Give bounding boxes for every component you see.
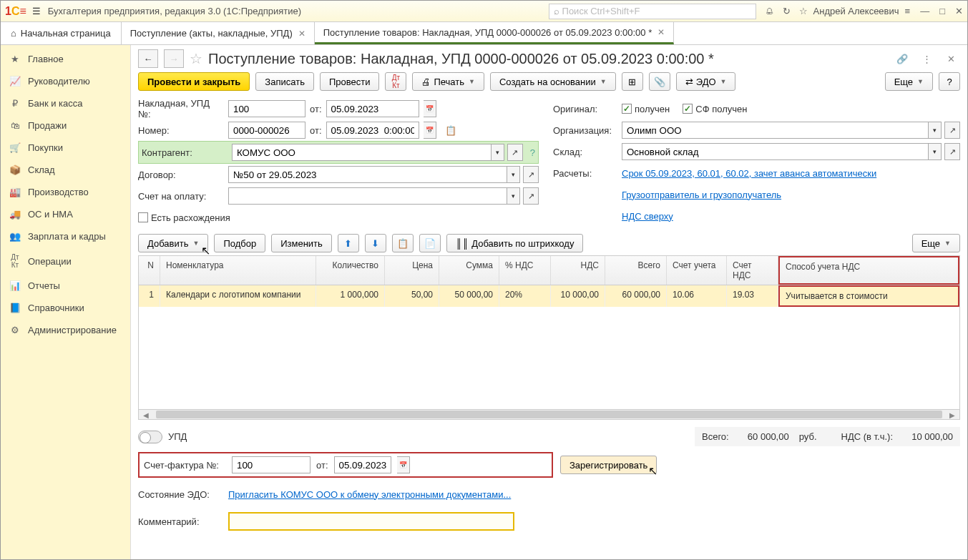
col-n[interactable]: N xyxy=(139,256,160,285)
sidebar-reports[interactable]: 📊Отчеты xyxy=(1,275,130,297)
contragent-input[interactable] xyxy=(232,144,492,161)
has-diff-checkbox[interactable]: Есть расхождения xyxy=(138,212,230,223)
tab-home[interactable]: ⌂ Начальная страница xyxy=(1,22,122,44)
create-based-button[interactable]: Создать на основании▼ xyxy=(490,72,616,91)
menu-icon[interactable]: ☰ xyxy=(32,6,41,16)
sf-date-input[interactable] xyxy=(334,456,391,473)
shipper-link[interactable]: Грузоотправитель и грузополучатель xyxy=(622,190,781,200)
comment-input[interactable] xyxy=(228,512,514,531)
col-price[interactable]: Цена xyxy=(385,256,439,285)
number-input[interactable] xyxy=(228,122,305,139)
forward-button[interactable]: → xyxy=(164,49,184,68)
chevron-down-icon[interactable]: ▾ xyxy=(929,143,942,160)
tab-receipts-list[interactable]: Поступление (акты, накладные, УПД) ✕ xyxy=(122,22,315,44)
org-input[interactable] xyxy=(622,122,929,139)
save-button[interactable]: Записать xyxy=(255,72,314,91)
attach-button[interactable]: 📎 xyxy=(649,72,670,91)
h-scrollbar[interactable]: ◀ ▶ xyxy=(139,409,959,419)
move-down-button[interactable]: ⬇ xyxy=(365,234,386,252)
post-and-close-button[interactable]: Провести и закрыть xyxy=(138,72,250,91)
edo-invite-link[interactable]: Пригласить КОМУС ООО к обмену электронны… xyxy=(228,489,511,500)
help-button[interactable]: ? xyxy=(939,72,960,91)
sidebar-admin[interactable]: ⚙Администрирование xyxy=(1,319,130,341)
col-acc[interactable]: Счет учета xyxy=(667,256,727,285)
invoice-no-input[interactable] xyxy=(228,100,305,117)
bell-icon[interactable]: 🕭 xyxy=(765,6,774,16)
table-row[interactable]: 1 Календари с логотипом компании 1 000,0… xyxy=(139,285,959,307)
minimize-button[interactable]: — xyxy=(920,6,929,16)
sidebar-catalogs[interactable]: 📘Справочники xyxy=(1,297,130,319)
col-sum[interactable]: Сумма xyxy=(439,256,499,285)
help-icon[interactable]: ? xyxy=(530,147,535,158)
register-button[interactable]: Зарегистрировать↖ xyxy=(560,456,657,474)
close-doc-icon[interactable]: ✕ xyxy=(942,49,960,68)
sidebar-operations[interactable]: ДтКтОперации xyxy=(1,247,130,275)
structure-button[interactable]: ⊞ xyxy=(622,72,643,91)
search-input[interactable]: ⌕ Поиск Ctrl+Shift+F xyxy=(549,4,756,19)
edit-button[interactable]: Изменить xyxy=(271,234,332,252)
copy-button[interactable]: 📋 xyxy=(392,234,414,252)
sf-received-checkbox[interactable]: ✓СФ получен xyxy=(683,104,747,114)
sidebar-production[interactable]: 🏭Производство xyxy=(1,181,130,203)
paste-button[interactable]: 📄 xyxy=(419,234,441,252)
more-icon[interactable]: ⋮ xyxy=(917,49,936,68)
col-nomenclature[interactable]: Номенклатура xyxy=(160,256,316,285)
chevron-down-icon[interactable]: ▾ xyxy=(507,166,520,183)
more-button[interactable]: Еще▼ xyxy=(885,72,933,91)
contract-input[interactable] xyxy=(228,166,507,183)
edo-button[interactable]: ⇄ ЭДО▼ xyxy=(676,72,736,91)
chevron-down-icon[interactable]: ▾ xyxy=(929,122,942,139)
open-icon[interactable]: ↗ xyxy=(944,143,960,160)
sidebar-main[interactable]: ★Главное xyxy=(1,48,130,70)
received-checkbox[interactable]: ✓получен xyxy=(622,104,670,114)
open-icon[interactable]: ↗ xyxy=(523,166,539,183)
calendar-icon[interactable]: 📅 xyxy=(397,456,410,473)
back-button[interactable]: ← xyxy=(138,49,158,68)
sidebar-assets[interactable]: 🚚ОС и НМА xyxy=(1,203,130,225)
open-icon[interactable]: ↗ xyxy=(944,122,960,139)
upd-toggle[interactable]: УПД xyxy=(138,431,187,443)
tab-receipt-doc[interactable]: Поступление товаров: Накладная, УПД 0000… xyxy=(315,22,674,44)
link-icon[interactable]: 🔗 xyxy=(893,49,911,68)
open-icon[interactable]: ↗ xyxy=(507,144,523,161)
close-icon[interactable]: ✕ xyxy=(657,27,665,37)
calendar-icon[interactable]: 📅 xyxy=(424,122,436,139)
bill-input[interactable] xyxy=(228,187,507,205)
calendar-icon[interactable]: 📅 xyxy=(424,100,436,117)
post-button[interactable]: Провести xyxy=(320,72,380,91)
settings-icon[interactable]: ≡ xyxy=(905,6,911,16)
sidebar-sales[interactable]: 🛍Продажи xyxy=(1,114,130,137)
calc-link[interactable]: Срок 05.09.2023, 60.01, 60.02, зачет ава… xyxy=(622,168,876,179)
col-vatp[interactable]: % НДС xyxy=(499,256,551,285)
favorite-icon[interactable]: ☆ xyxy=(190,50,202,67)
chevron-down-icon[interactable]: ▾ xyxy=(507,187,520,205)
sidebar-warehouse[interactable]: 📦Склад xyxy=(1,159,130,181)
sidebar-bank[interactable]: ₽Банк и касса xyxy=(1,92,130,114)
recurrence-icon[interactable]: 📋 xyxy=(445,125,456,136)
number-date-input[interactable] xyxy=(326,122,419,139)
pick-button[interactable]: Подбор xyxy=(214,234,265,252)
chevron-down-icon[interactable]: ▾ xyxy=(492,144,504,161)
star-icon[interactable]: ☆ xyxy=(799,6,808,16)
sidebar-hr[interactable]: 👥Зарплата и кадры xyxy=(1,225,130,247)
vat-link[interactable]: НДС сверху xyxy=(622,211,673,222)
col-vatmode[interactable]: Способ учета НДС xyxy=(778,256,959,285)
col-total[interactable]: Всего xyxy=(605,256,667,285)
sf-no-input[interactable] xyxy=(232,456,311,473)
move-up-button[interactable]: ⬆ xyxy=(338,234,359,252)
col-vat[interactable]: НДС xyxy=(551,256,605,285)
invoice-date-input[interactable] xyxy=(326,100,419,117)
print-button[interactable]: 🖨 Печать▼ xyxy=(412,72,484,91)
sidebar-manager[interactable]: 📈Руководителю xyxy=(1,70,130,92)
open-icon[interactable]: ↗ xyxy=(523,187,539,205)
sidebar-purchases[interactable]: 🛒Покупки xyxy=(1,137,130,159)
add-button[interactable]: Добавить▼↖ xyxy=(138,234,208,252)
close-button[interactable]: ✕ xyxy=(955,6,963,16)
col-vatacc[interactable]: Счет НДС xyxy=(727,256,778,285)
maximize-button[interactable]: □ xyxy=(939,6,945,16)
dtkt-button[interactable]: ДтКт xyxy=(385,72,406,91)
warehouse-input[interactable] xyxy=(622,143,929,160)
close-icon[interactable]: ✕ xyxy=(298,29,305,39)
table-more-button[interactable]: Еще▼ xyxy=(912,234,960,252)
barcode-button[interactable]: ║║ Добавить по штрихкоду xyxy=(446,234,584,252)
